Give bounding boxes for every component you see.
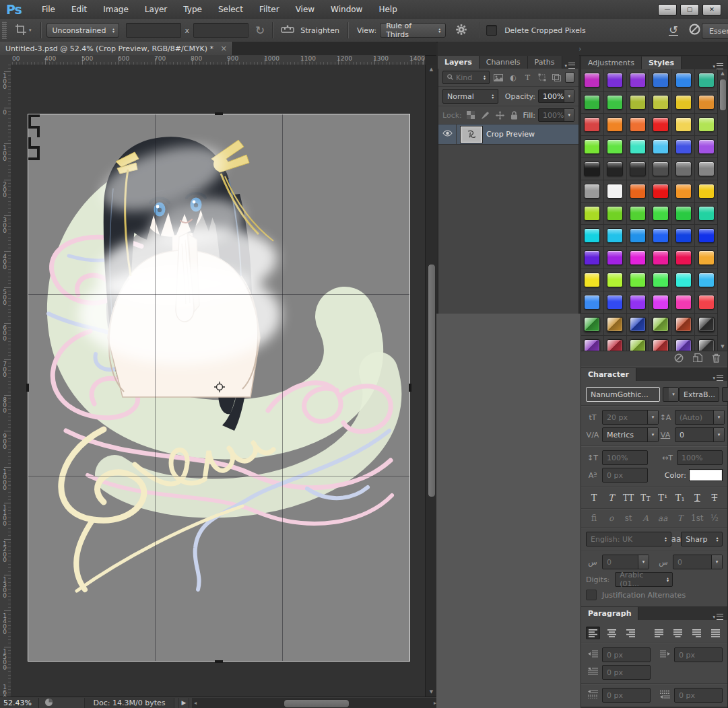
first-line-indent-field[interactable]: 0 px bbox=[602, 665, 651, 680]
style-swatch[interactable] bbox=[630, 162, 646, 176]
faux-bold-button[interactable]: T bbox=[587, 491, 601, 504]
document-tab[interactable]: Untitled-3.psd @ 52.4% (Crop Preview, RG… bbox=[0, 42, 233, 55]
style-swatch[interactable] bbox=[607, 228, 623, 243]
panel-menu-icon[interactable]: ▾ bbox=[713, 375, 727, 381]
delete-cropped-pixels-checkbox[interactable] bbox=[486, 25, 497, 36]
close-button[interactable]: ✕ bbox=[702, 4, 721, 15]
scroll-left-icon[interactable]: ◂ bbox=[194, 698, 197, 708]
style-swatch[interactable] bbox=[653, 162, 669, 176]
language-combo[interactable]: English: UK ▴▾ bbox=[586, 532, 671, 546]
tab-paragraph[interactable]: Paragraph bbox=[581, 607, 638, 620]
leading-combo[interactable]: (Auto) ▾ bbox=[675, 410, 725, 425]
underline-button[interactable]: T bbox=[690, 491, 704, 504]
superscript-button[interactable]: T¹ bbox=[655, 491, 670, 504]
swash-button[interactable]: A bbox=[638, 514, 653, 523]
chevron-down-icon[interactable]: ▾ bbox=[647, 411, 658, 424]
style-swatch[interactable] bbox=[630, 295, 646, 310]
menu-image[interactable]: Image bbox=[95, 0, 137, 19]
crop-height-field[interactable] bbox=[193, 23, 249, 38]
chevron-down-icon[interactable]: ▾ bbox=[713, 428, 724, 441]
style-swatch[interactable] bbox=[653, 228, 669, 243]
ruler-origin-corner[interactable] bbox=[0, 55, 11, 65]
justification-alternates-checkbox[interactable] bbox=[586, 590, 597, 600]
menu-type[interactable]: Type bbox=[175, 0, 210, 19]
minimize-button[interactable]: — bbox=[658, 4, 677, 15]
baseline-shift-field[interactable]: 0 px bbox=[602, 468, 648, 483]
style-swatch[interactable] bbox=[675, 295, 692, 310]
style-swatch[interactable] bbox=[675, 250, 692, 265]
document-size-readout[interactable]: Doc: 14.3M/0 bytes bbox=[84, 698, 174, 708]
style-swatch[interactable] bbox=[698, 162, 715, 176]
crop-handle-right[interactable] bbox=[409, 384, 411, 392]
style-swatch[interactable] bbox=[675, 184, 692, 199]
menu-help[interactable]: Help bbox=[370, 0, 405, 19]
style-swatch[interactable] bbox=[653, 250, 669, 265]
space-after-field[interactable]: 0 px bbox=[674, 688, 723, 703]
style-swatch[interactable] bbox=[675, 117, 692, 132]
style-swatch[interactable] bbox=[584, 139, 600, 154]
titling-alternates-button[interactable]: T bbox=[673, 514, 688, 523]
style-swatch[interactable] bbox=[653, 117, 669, 132]
style-swatch[interactable] bbox=[584, 228, 600, 243]
all-caps-button[interactable]: TT bbox=[621, 491, 636, 504]
scroll-up-icon[interactable]: ▲ bbox=[718, 71, 727, 76]
horizontal-scale-field[interactable]: 100% bbox=[677, 450, 723, 465]
filter-adjustment-layers-icon[interactable]: ◐ bbox=[507, 72, 519, 83]
style-swatch[interactable] bbox=[630, 273, 646, 287]
layer-row-crop-preview[interactable]: Crop Preview bbox=[438, 125, 578, 145]
discretionary-ligatures-button[interactable]: st bbox=[621, 514, 636, 523]
font-style-dropdown-icon[interactable]: ▾ bbox=[722, 387, 728, 402]
crop-aspect-preset-dropdown[interactable]: Unconstrained ▴▾ bbox=[46, 23, 119, 38]
lock-all-padlock-icon[interactable] bbox=[508, 110, 521, 120]
style-swatch[interactable] bbox=[630, 228, 646, 243]
panel-grip[interactable] bbox=[2, 22, 7, 39]
style-swatch[interactable] bbox=[607, 139, 623, 154]
tracking-combo[interactable]: 0 ▾ bbox=[675, 427, 725, 442]
faux-italic-button[interactable]: T bbox=[604, 491, 619, 504]
chevron-down-icon[interactable]: ▾ bbox=[564, 90, 574, 102]
swap-dimensions-icon[interactable]: ↻ bbox=[255, 24, 265, 37]
style-swatch[interactable] bbox=[698, 139, 715, 154]
horizontal-ruler[interactable]: 0040050060070080090010001100120013001400 bbox=[11, 55, 425, 65]
crop-width-field[interactable] bbox=[126, 23, 181, 38]
small-caps-button[interactable]: Tт bbox=[638, 491, 653, 504]
style-swatch[interactable] bbox=[607, 184, 623, 199]
style-swatch[interactable] bbox=[584, 117, 600, 132]
crop-options-gear-icon[interactable] bbox=[455, 24, 467, 38]
kerning-combo[interactable]: Metrics ▾ bbox=[602, 427, 659, 442]
panel-menu-icon[interactable]: ▾ bbox=[713, 63, 727, 69]
scroll-down-icon[interactable]: ▼ bbox=[718, 344, 727, 349]
style-swatch[interactable] bbox=[584, 317, 600, 332]
style-swatch[interactable] bbox=[584, 95, 600, 110]
cancel-crop-icon[interactable] bbox=[689, 24, 700, 37]
style-swatch[interactable] bbox=[698, 339, 715, 351]
layer-thumbnail[interactable] bbox=[461, 127, 482, 143]
layer-visibility-cell[interactable] bbox=[438, 125, 457, 144]
style-swatch[interactable] bbox=[675, 206, 692, 221]
panel-menu-icon[interactable]: ▾ bbox=[713, 614, 727, 620]
style-swatch[interactable] bbox=[675, 95, 692, 110]
style-swatch[interactable] bbox=[698, 273, 715, 287]
menu-layer[interactable]: Layer bbox=[137, 0, 175, 19]
text-color-swatch[interactable] bbox=[689, 469, 723, 481]
style-swatch[interactable] bbox=[675, 73, 692, 87]
style-swatch[interactable] bbox=[584, 295, 600, 310]
style-swatch[interactable] bbox=[630, 206, 646, 221]
style-swatch[interactable] bbox=[584, 206, 600, 221]
align-right-button[interactable] bbox=[624, 627, 638, 639]
tab-channels[interactable]: Channels bbox=[479, 56, 528, 69]
style-swatch[interactable] bbox=[607, 206, 623, 221]
style-swatch[interactable] bbox=[653, 295, 669, 310]
chevron-down-icon[interactable]: ▾ bbox=[647, 428, 658, 441]
style-swatch[interactable] bbox=[584, 273, 600, 287]
style-swatch[interactable] bbox=[584, 339, 600, 351]
style-swatch[interactable] bbox=[698, 73, 715, 87]
style-swatch[interactable] bbox=[653, 184, 669, 199]
style-swatch[interactable] bbox=[698, 117, 715, 132]
styles-scrollbar[interactable]: ▲ ▼ bbox=[717, 69, 727, 351]
style-swatch[interactable] bbox=[675, 273, 692, 287]
style-swatch[interactable] bbox=[653, 339, 669, 351]
font-size-combo[interactable]: 20 px ▾ bbox=[602, 410, 659, 425]
kashida-short-combo[interactable]: 0 ▾ bbox=[602, 555, 649, 569]
scroll-up-icon[interactable]: ▲ bbox=[426, 67, 437, 72]
